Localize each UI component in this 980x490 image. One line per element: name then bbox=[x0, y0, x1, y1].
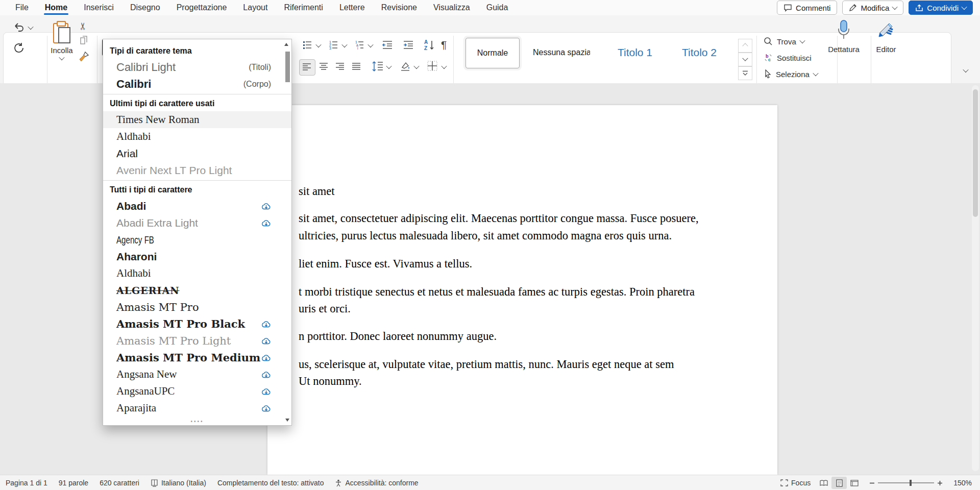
svg-text:3: 3 bbox=[329, 46, 331, 50]
cloud-download-icon[interactable] bbox=[261, 404, 271, 412]
pilcrow-button[interactable]: ¶ bbox=[441, 39, 447, 51]
font-option[interactable]: Aharoni bbox=[103, 248, 291, 265]
dropdown-resize-grip[interactable]: •••• bbox=[103, 419, 291, 424]
menu-revisione[interactable]: Revisione bbox=[373, 0, 425, 15]
menu-guida[interactable]: Guida bbox=[478, 0, 517, 15]
style-nessuna-spaziatura[interactable]: Nessuna spaziatura bbox=[533, 38, 590, 67]
style-titolo-2[interactable]: Titolo 2 bbox=[673, 38, 726, 67]
read-mode-button[interactable] bbox=[816, 477, 831, 489]
increase-indent-button[interactable] bbox=[403, 40, 414, 50]
seleziona-button[interactable]: Seleziona bbox=[764, 69, 818, 79]
styles-gallery-expand[interactable] bbox=[738, 66, 752, 80]
align-center-button[interactable] bbox=[318, 61, 329, 71]
cloud-download-icon[interactable] bbox=[261, 371, 271, 378]
cloud-download-icon[interactable] bbox=[261, 337, 271, 345]
font-option[interactable]: Calibri Light (Titoli) bbox=[103, 59, 291, 76]
line-spacing-button[interactable] bbox=[372, 60, 384, 72]
font-option[interactable]: Angsana New bbox=[103, 366, 291, 383]
styles-gallery-up[interactable] bbox=[738, 39, 752, 53]
zoom-slider[interactable] bbox=[878, 479, 934, 486]
doc-line: us, scelerisque at, vulputate vitae, pre… bbox=[299, 358, 674, 371]
dropdown-scrollbar-thumb[interactable] bbox=[285, 52, 290, 82]
multilevel-list-button[interactable]: 1ai bbox=[354, 40, 364, 50]
cloud-download-icon[interactable] bbox=[261, 219, 271, 227]
menubar: File Home Inserisci Disegno Progettazion… bbox=[0, 0, 980, 15]
zoom-in-button[interactable] bbox=[934, 475, 948, 490]
accessibility-person-icon bbox=[335, 479, 342, 487]
word-count[interactable]: 91 parole bbox=[53, 475, 94, 490]
web-layout-button[interactable] bbox=[847, 477, 862, 489]
menu-progettazione[interactable]: Progettazione bbox=[168, 0, 235, 15]
focus-mode-button[interactable]: Focus bbox=[775, 475, 816, 490]
format-painter-button[interactable] bbox=[78, 51, 89, 62]
condividi-button[interactable]: Condividi bbox=[909, 1, 973, 15]
cloud-download-icon[interactable] bbox=[261, 354, 271, 361]
align-right-button[interactable] bbox=[335, 61, 345, 71]
commenti-button[interactable]: Commenti bbox=[777, 1, 837, 15]
undo-menu-chevron[interactable] bbox=[28, 24, 33, 30]
shading-button[interactable] bbox=[399, 60, 411, 72]
menu-visualizza[interactable]: Visualizza bbox=[425, 0, 478, 15]
scrollbar-thumb[interactable] bbox=[973, 89, 978, 217]
menu-riferimenti[interactable]: Riferimenti bbox=[276, 0, 331, 15]
font-option[interactable]: Abadi bbox=[103, 198, 291, 214]
vertical-scrollbar[interactable] bbox=[972, 85, 979, 471]
modifica-button[interactable]: Modifica bbox=[842, 1, 903, 15]
cut-button[interactable]: ✂ bbox=[77, 22, 89, 31]
style-titolo-1[interactable]: Titolo 1 bbox=[606, 38, 664, 67]
text-completion-status[interactable]: Completamento del testo: attivato bbox=[212, 475, 330, 490]
font-option[interactable]: Aldhabi bbox=[103, 265, 291, 282]
redo-button[interactable] bbox=[13, 42, 26, 54]
cloud-download-icon[interactable] bbox=[261, 320, 271, 328]
borders-button[interactable] bbox=[427, 60, 438, 71]
font-option[interactable]: AngsanaUPC bbox=[103, 383, 291, 400]
undo-button[interactable] bbox=[13, 22, 26, 33]
font-option[interactable]: Amasis MT Pro Black bbox=[103, 315, 291, 332]
numbering-button[interactable]: 123 bbox=[328, 40, 338, 50]
language-label: Italiano (Italia) bbox=[161, 479, 206, 487]
menu-layout[interactable]: Layout bbox=[235, 0, 276, 15]
collapse-ribbon-chevron[interactable] bbox=[963, 67, 968, 72]
chevron-down-icon bbox=[892, 4, 898, 10]
font-option[interactable]: Amasis MT Pro bbox=[103, 299, 291, 315]
menu-home[interactable]: Home bbox=[37, 0, 76, 15]
copy-button[interactable] bbox=[79, 36, 88, 46]
sostituisci-button[interactable]: bc Sostituisci bbox=[764, 53, 812, 62]
cloud-download-icon[interactable] bbox=[261, 387, 271, 395]
dropdown-scroll-up[interactable] bbox=[284, 42, 290, 46]
print-layout-button[interactable] bbox=[831, 477, 847, 489]
align-left-button[interactable] bbox=[299, 59, 315, 76]
menu-inserisci[interactable]: Inserisci bbox=[76, 0, 122, 15]
font-option[interactable]: Aldhabi bbox=[103, 128, 291, 145]
font-option[interactable]: Avenir Next LT Pro Light bbox=[103, 162, 291, 179]
font-option[interactable]: Times New Roman bbox=[103, 111, 291, 128]
font-option[interactable]: Agency FB bbox=[103, 231, 291, 248]
decrease-indent-button[interactable] bbox=[382, 40, 393, 50]
trova-button[interactable]: Trova bbox=[764, 37, 804, 46]
bullets-button[interactable] bbox=[302, 40, 312, 50]
menu-file[interactable]: File bbox=[7, 0, 37, 15]
justify-button[interactable] bbox=[351, 61, 361, 71]
font-option[interactable]: Arial bbox=[103, 145, 291, 162]
accessibility-status[interactable]: Accessibilità: conforme bbox=[329, 475, 424, 490]
menu-disegno[interactable]: Disegno bbox=[122, 0, 168, 15]
zoom-percentage[interactable]: 150% bbox=[948, 475, 980, 490]
font-option[interactable]: Amasis MT Pro Medium bbox=[103, 349, 291, 366]
styles-gallery-down[interactable] bbox=[738, 53, 752, 66]
zoom-out-button[interactable] bbox=[862, 475, 878, 490]
font-option[interactable]: Amasis MT Pro Light bbox=[103, 332, 291, 349]
zoom-slider-thumb[interactable] bbox=[910, 480, 912, 486]
proofing-status[interactable]: Italiano (Italia) bbox=[145, 475, 212, 490]
font-option[interactable]: Abadi Extra Light bbox=[103, 214, 291, 231]
char-count[interactable]: 620 caratteri bbox=[94, 475, 145, 490]
font-option[interactable]: Calibri (Corpo) bbox=[103, 76, 291, 92]
svg-text:Z: Z bbox=[424, 45, 427, 51]
sort-button[interactable]: AZ bbox=[424, 39, 436, 51]
cloud-download-icon[interactable] bbox=[261, 202, 271, 210]
menu-lettere[interactable]: Lettere bbox=[331, 0, 373, 15]
font-option[interactable]: Aparajita bbox=[103, 400, 291, 416]
page-count[interactable]: Pagina 1 di 1 bbox=[0, 475, 53, 490]
font-option[interactable]: ALGERIAN bbox=[103, 282, 291, 299]
style-normale[interactable]: Normale bbox=[465, 38, 520, 68]
document-page[interactable]: sit amet sit amet, consectetuer adipisci… bbox=[267, 105, 777, 475]
